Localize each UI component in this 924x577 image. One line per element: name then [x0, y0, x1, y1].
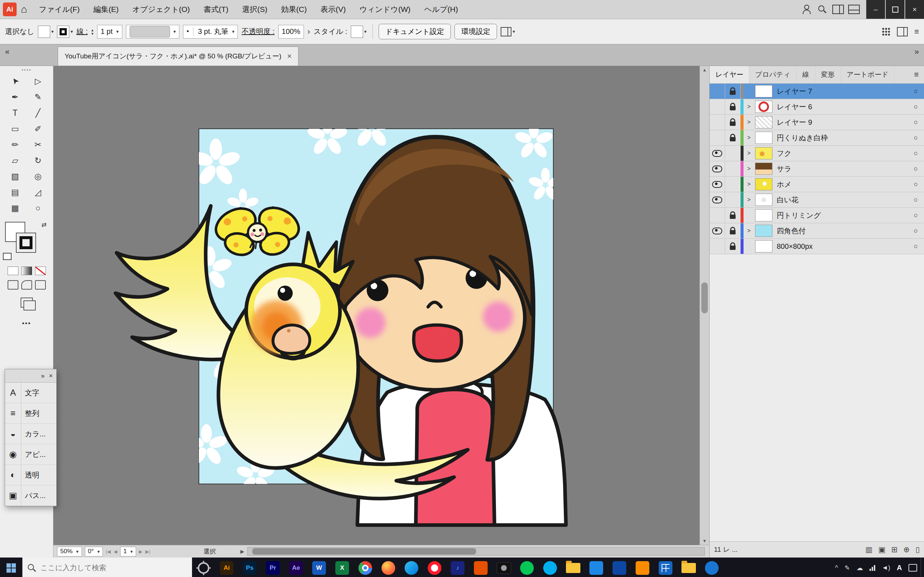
menu-item[interactable]: 表示(V): [313, 0, 353, 19]
paint-app[interactable]: [631, 558, 654, 577]
scale-tool[interactable]: ◿: [27, 184, 50, 200]
opacity-panel-chevron[interactable]: ›: [307, 27, 310, 36]
visibility-toggle[interactable]: [709, 99, 725, 114]
settings-app[interactable]: [192, 558, 215, 577]
start-button[interactable]: [0, 558, 23, 577]
layer-row[interactable]: > レイヤー 6 ○: [709, 99, 924, 115]
visibility-toggle[interactable]: [709, 208, 725, 223]
minimize-button[interactable]: –: [866, 0, 885, 19]
layer-thumbnail[interactable]: [755, 147, 772, 160]
collect-icon[interactable]: ▥: [866, 545, 873, 554]
lock-toggle[interactable]: [725, 177, 741, 192]
layer-thumbnail[interactable]: [755, 193, 772, 206]
previous-artboard-button[interactable]: ◀: [114, 549, 117, 554]
menu-item[interactable]: オブジェクト(O): [126, 0, 197, 19]
zoom-tool[interactable]: ○: [27, 200, 50, 216]
layer-thumbnail[interactable]: [755, 116, 772, 128]
layer-row[interactable]: > 四角色付 ○: [709, 223, 924, 239]
vertical-scrollbar[interactable]: ▲ ▼: [699, 66, 709, 545]
line-app[interactable]: [515, 558, 538, 577]
layer-thumbnail[interactable]: [755, 101, 772, 113]
lock-toggle[interactable]: [725, 161, 741, 176]
visibility-toggle[interactable]: [709, 223, 725, 239]
target-icon[interactable]: ○: [908, 242, 924, 250]
arrange-documents-icon[interactable]: [830, 2, 846, 17]
panel-menu-icon[interactable]: ≡: [909, 66, 924, 83]
isolate-options-dropdown[interactable]: ▾: [501, 27, 515, 36]
mail-app[interactable]: [585, 558, 608, 577]
search-icon[interactable]: [814, 2, 830, 17]
layer-thumbnail[interactable]: [755, 209, 772, 221]
eraser-tool[interactable]: ▱: [3, 153, 27, 168]
layer-name[interactable]: レイヤー 9: [775, 118, 908, 127]
rotate-tool[interactable]: ↻: [27, 153, 50, 168]
premiere-app[interactable]: Pr: [261, 558, 284, 577]
lock-toggle[interactable]: [725, 223, 741, 239]
preferences-button[interactable]: 環境設定: [454, 24, 497, 39]
target-icon[interactable]: ○: [908, 87, 924, 95]
align-panel[interactable]: ≡ 整列: [5, 403, 56, 424]
menu-item[interactable]: 編集(E): [87, 0, 126, 19]
last-artboard-button[interactable]: ▶|: [145, 549, 150, 554]
layer-row[interactable]: > 円トリミング ○: [709, 208, 924, 223]
layer-name[interactable]: フク: [775, 148, 908, 158]
close-button[interactable]: ×: [905, 0, 924, 19]
opacity-input[interactable]: 100%: [278, 25, 304, 39]
folder-shortcut-2[interactable]: [677, 558, 700, 577]
expand-chevron-icon[interactable]: >: [743, 134, 754, 141]
illustrator-app[interactable]: Ai: [215, 558, 238, 577]
canvas[interactable]: ▲ ▼: [53, 66, 709, 545]
collapse-left-icon[interactable]: «: [5, 47, 10, 56]
tray-expand-icon[interactable]: ^: [835, 564, 838, 572]
none-button[interactable]: [35, 266, 46, 275]
close-icon[interactable]: ×: [49, 372, 53, 380]
color-button[interactable]: [8, 266, 18, 275]
stroke-width-select[interactable]: 1 pt ▾: [97, 25, 122, 39]
panel-tab[interactable]: 変形: [815, 66, 841, 83]
fill-color-dropdown[interactable]: ▾: [38, 26, 54, 38]
skype-app[interactable]: [538, 558, 562, 577]
panel-tab[interactable]: アートボード: [841, 66, 895, 83]
layer-row[interactable]: > 白い花 ○: [709, 192, 924, 208]
collapse-dock-icon[interactable]: »: [914, 47, 919, 56]
layer-row[interactable]: > 800×800px ○: [709, 239, 924, 254]
vertical-scroll-thumb[interactable]: [701, 282, 708, 313]
layer-name[interactable]: サラ: [775, 164, 908, 174]
stroke-swatch[interactable]: [16, 233, 36, 253]
new-layer-icon[interactable]: ⊕: [903, 545, 910, 554]
excel-app[interactable]: X: [331, 558, 354, 577]
menu-item[interactable]: ファイル(F): [32, 0, 87, 19]
layer-name[interactable]: 800×800px: [775, 242, 908, 251]
gradient-tool[interactable]: ▧: [3, 168, 27, 184]
lock-toggle[interactable]: [725, 115, 741, 130]
visibility-toggle[interactable]: [709, 115, 725, 130]
pencil-tool[interactable]: ✏: [3, 137, 27, 153]
expand-chevron-icon[interactable]: >: [743, 166, 754, 172]
target-icon[interactable]: ○: [908, 180, 924, 188]
folder-shortcut-1[interactable]: [562, 558, 585, 577]
scroll-down-icon[interactable]: ▼: [700, 538, 709, 543]
home-icon[interactable]: ⌂: [21, 3, 27, 15]
layer-thumbnail[interactable]: [755, 132, 772, 144]
expand-chevron-icon[interactable]: >: [743, 150, 754, 156]
style-dropdown[interactable]: ▾: [351, 26, 367, 38]
lock-toggle[interactable]: [725, 130, 741, 145]
grid-icon[interactable]: [882, 27, 890, 36]
music-app[interactable]: ♪: [446, 558, 469, 577]
direct-selection-tool[interactable]: ▷: [27, 73, 50, 89]
target-icon[interactable]: ○: [908, 165, 924, 173]
visibility-toggle[interactable]: [709, 239, 725, 254]
character-panel[interactable]: A 文字: [5, 383, 56, 403]
lock-toggle[interactable]: [725, 239, 741, 254]
layer-name[interactable]: レイヤー 7: [775, 87, 908, 96]
layer-thumbnail[interactable]: [755, 85, 772, 97]
layer-row[interactable]: > サラ ○: [709, 161, 924, 177]
layer-row[interactable]: > レイヤー 9 ○: [709, 115, 924, 130]
panel-tab[interactable]: 線: [796, 66, 815, 83]
next-artboard-button[interactable]: ▶: [139, 549, 142, 554]
layer-thumbnail[interactable]: [755, 178, 772, 190]
delete-icon[interactable]: ▯: [915, 545, 920, 554]
expand-chevron-icon[interactable]: >: [743, 119, 754, 126]
menu-item[interactable]: 選択(S): [235, 0, 274, 19]
expand-chevron-icon[interactable]: >: [743, 197, 754, 203]
